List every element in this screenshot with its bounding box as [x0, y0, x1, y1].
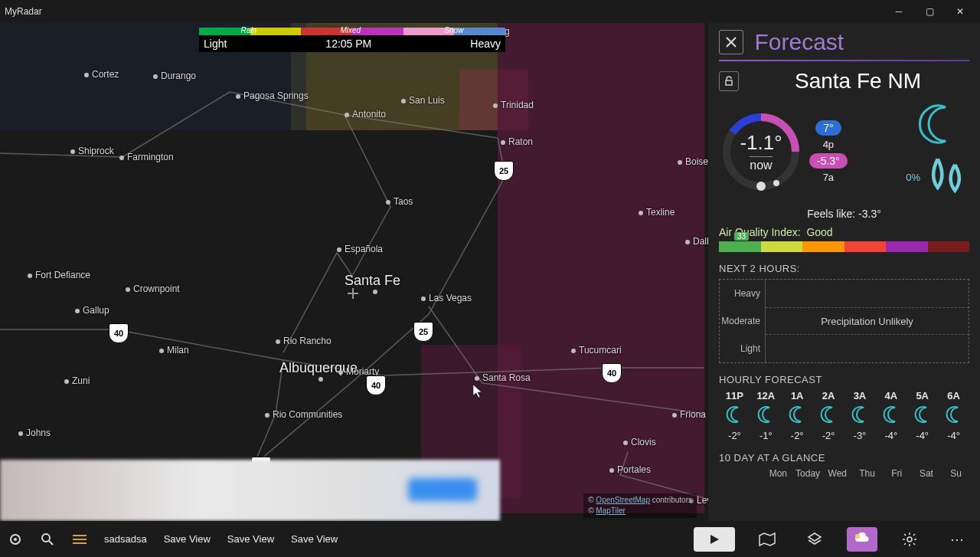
search-button[interactable] — [40, 532, 55, 547]
highway-shield: 25 — [494, 161, 514, 181]
hourly-item[interactable]: 12A-1° — [750, 390, 782, 441]
tenday-day[interactable]: Mon — [765, 468, 792, 479]
tenday-day[interactable]: Wed — [824, 468, 851, 479]
aqi-label: Air Quality Index: — [719, 226, 801, 238]
current-temp: -1.1° — [740, 131, 782, 155]
hourly-item[interactable]: 6A-4° — [938, 390, 969, 441]
hourly-label: Hourly Forecast — [719, 374, 969, 385]
svg-point-15 — [907, 537, 912, 542]
close-window-button[interactable]: ✕ — [945, 0, 975, 23]
ad-banner[interactable] — [0, 460, 500, 521]
app-title: MyRadar — [5, 6, 42, 17]
city-label: Friona — [672, 409, 706, 420]
hourly-item[interactable]: 5A-4° — [906, 390, 938, 441]
feels-like-value: -3.3° — [858, 208, 881, 220]
city-label: Texline — [639, 207, 675, 218]
close-panel-button[interactable] — [719, 30, 743, 54]
next-2h-label: Next 2 Hours: — [719, 263, 969, 274]
svg-line-22 — [913, 534, 915, 536]
hourly-item[interactable]: 2A-2° — [813, 390, 844, 441]
tenday-day[interactable]: Thu — [854, 468, 880, 479]
city-label: Raton — [501, 136, 533, 147]
city-label: San Luis — [401, 95, 445, 106]
highway-shield: 40 — [602, 363, 622, 383]
city-label: Pagosa Springs — [236, 90, 309, 101]
tenday-days[interactable]: MonTodayWedThuFriSatSu — [719, 468, 969, 479]
city-label: Rio Communities — [265, 409, 342, 420]
legend-time: 12:05 PM — [325, 38, 371, 50]
tenday-day[interactable]: Sat — [913, 468, 940, 479]
hi-temp: 7° — [815, 120, 841, 136]
aqi-value: Good — [806, 226, 832, 238]
lock-icon[interactable] — [719, 71, 739, 91]
hourly-item[interactable]: 1A-2° — [782, 390, 813, 441]
forecast-panel: Forecast Santa Fe NM -1.1° now — [708, 23, 980, 521]
aqi-indicator: 33 — [734, 232, 749, 241]
city-label: Johns — [18, 428, 51, 438]
city-label: Portales — [609, 464, 651, 475]
location-name: Santa Fe NM — [746, 69, 969, 93]
svg-point-8 — [14, 538, 17, 541]
city-label: Clovis — [623, 437, 656, 447]
menu-button[interactable] — [72, 532, 87, 547]
map-tab[interactable] — [752, 527, 782, 552]
precip-chart: Heavy Moderate Light Precipitation Unlik… — [719, 279, 969, 363]
tenday-label: 10 Day at a Glance — [719, 452, 969, 464]
hourly-item[interactable]: 4A-4° — [875, 390, 906, 441]
feels-like-label: Feels like: — [807, 208, 855, 220]
city-label: Fort Defiance — [28, 270, 90, 280]
city-label: Santa Rosa — [475, 372, 531, 383]
save-view-3[interactable]: Save View — [291, 533, 338, 545]
svg-line-10 — [49, 541, 53, 545]
more-tab[interactable]: ⋯ — [942, 527, 972, 552]
layers-tab[interactable] — [799, 527, 830, 552]
legend-heavy: Heavy — [470, 38, 501, 50]
svg-point-9 — [42, 534, 50, 542]
lo-time: 7a — [823, 172, 834, 183]
city-label: Las Vegas — [421, 293, 472, 303]
radar-legend: Rain Mixed Snow Light 12:05 PM Heavy — [199, 28, 505, 52]
save-view-2[interactable]: Save View — [227, 533, 274, 545]
city-label: Rio Rancho — [276, 336, 332, 346]
panel-title: Forecast — [754, 29, 844, 55]
city-label: Crownpoint — [126, 283, 180, 294]
hourly-item[interactable]: 3A-3° — [844, 390, 876, 441]
highway-shield: 25 — [413, 322, 433, 342]
precip-message: Precipitation Unlikely — [821, 316, 913, 327]
svg-line-20 — [904, 534, 906, 536]
hourly-forecast[interactable]: 11P-2°12A-1°1A-2°2A-2°3A-3°4A-4°5A-4°6A-… — [719, 390, 969, 441]
locate-button[interactable] — [8, 532, 23, 547]
city-label: Taos — [386, 196, 413, 207]
city-label: Antonito — [345, 109, 386, 120]
osm-link[interactable]: OpenStreetMap — [596, 496, 650, 504]
precip-percent: 0% — [906, 153, 969, 202]
raindrop-icon — [923, 153, 969, 202]
city-label: Gallup — [75, 305, 109, 316]
moon-icon — [906, 101, 969, 150]
city-label: Milan — [159, 345, 189, 355]
lo-temp: -5.3° — [809, 153, 848, 169]
settings-tab[interactable] — [894, 527, 925, 552]
weather-tab[interactable] — [847, 527, 877, 552]
svg-point-14 — [855, 534, 860, 539]
tenday-day[interactable]: Fri — [884, 468, 910, 479]
city-label: Shiprock — [70, 146, 114, 156]
svg-line-23 — [904, 543, 906, 545]
city-label: Cortez — [84, 69, 119, 80]
highway-shield: 40 — [109, 323, 129, 343]
hourly-item[interactable]: 11P-2° — [719, 390, 750, 441]
search-text[interactable]: sadsadsa — [104, 533, 147, 545]
legend-light: Light — [204, 38, 227, 50]
minimize-button[interactable]: ─ — [884, 0, 914, 23]
play-button[interactable] — [694, 527, 735, 552]
save-view-1[interactable]: Save View — [164, 533, 211, 545]
tenday-day[interactable]: Su — [942, 468, 969, 479]
tenday-day[interactable]: Today — [795, 468, 822, 479]
maximize-button[interactable]: ▢ — [914, 0, 945, 23]
bottom-toolbar: sadsadsa Save View Save View Save View ⋯ — [0, 521, 980, 557]
map-attribution: © OpenStreetMap contributors © MapTiler — [583, 493, 697, 518]
city-label: Farmington — [119, 152, 174, 162]
maptiler-link[interactable]: MapTiler — [596, 506, 626, 515]
city-label: Española — [337, 244, 383, 254]
svg-line-21 — [913, 543, 915, 545]
